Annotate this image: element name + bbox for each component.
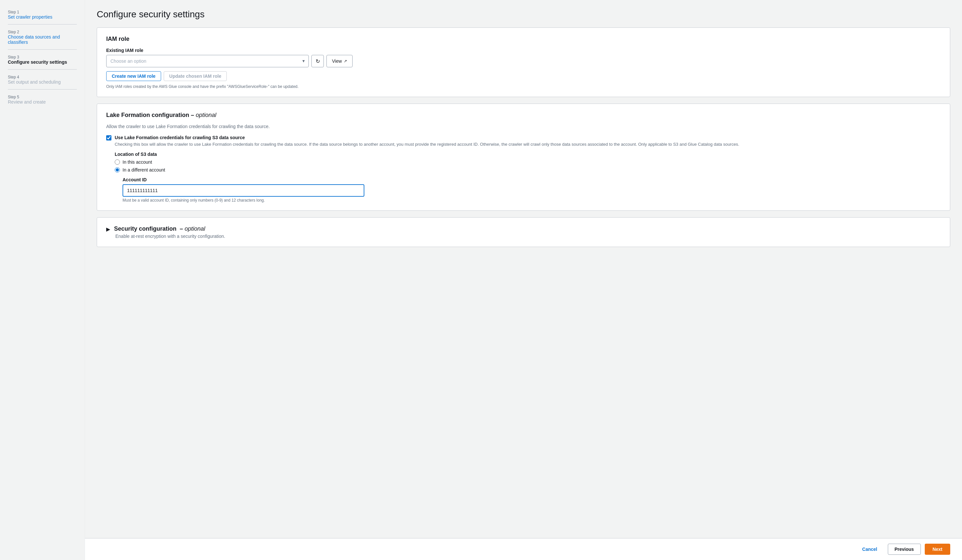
step2-label: Step 2: [8, 30, 19, 34]
refresh-button[interactable]: ↻: [312, 55, 324, 67]
step2-link[interactable]: Choose data sources and classifiers: [8, 34, 77, 45]
iam-role-select-row: Choose an option ▼ ↻ View ↗: [106, 55, 941, 67]
sidebar-step-2: Step 2 Choose data sources and classifie…: [8, 29, 77, 45]
account-id-section: Account ID Must be a valid account ID, c…: [123, 177, 941, 203]
lake-formation-checkbox-label[interactable]: Use Lake Formation credentials for crawl…: [115, 135, 245, 140]
expand-icon[interactable]: ▶: [106, 226, 110, 232]
previous-button[interactable]: Previous: [888, 544, 921, 555]
step4-label: Step 4: [8, 75, 19, 79]
security-config-title-block: Security configuration – optional: [114, 226, 205, 232]
lake-formation-checkbox[interactable]: [106, 135, 111, 140]
sidebar-step-3: Step 3 Configure security settings: [8, 54, 77, 65]
step1-link[interactable]: Set crawler properties: [8, 15, 77, 19]
iam-role-card-title: IAM role: [106, 36, 941, 42]
cancel-button[interactable]: Cancel: [856, 544, 884, 555]
sidebar: Step 1 Set crawler properties Step 2 Cho…: [0, 0, 85, 560]
account-id-helper: Must be a valid account ID, containing o…: [123, 198, 941, 203]
step3-label: Step 3: [8, 55, 19, 60]
iam-role-helper-text: Only IAM roles created by the AWS Glue c…: [106, 84, 941, 89]
sidebar-step-4: Step 4 Set output and scheduling: [8, 74, 77, 85]
step-divider-2: [8, 49, 77, 50]
sidebar-step-5: Step 5 Review and create: [8, 94, 77, 105]
iam-role-button-row: Create new IAM role Update chosen IAM ro…: [106, 71, 941, 81]
step3-title: Configure security settings: [8, 60, 77, 65]
refresh-icon: ↻: [316, 58, 320, 65]
lake-formation-card-title: Lake Formation configuration – optional: [106, 112, 941, 119]
security-config-description: Enable at-rest encryption with a securit…: [115, 234, 941, 239]
location-label: Location of S3 data: [115, 152, 941, 157]
radio-in-different-account[interactable]: [115, 167, 120, 173]
radio-different-account-label[interactable]: In a different account: [123, 167, 165, 173]
next-button[interactable]: Next: [925, 544, 950, 555]
radio-in-this-account[interactable]: [115, 160, 120, 165]
step-divider-4: [8, 89, 77, 90]
security-config-optional: optional: [185, 226, 205, 232]
location-radio-group: In this account In a different account: [115, 160, 941, 173]
security-config-card: ▶ Security configuration – optional Enab…: [97, 217, 950, 247]
radio-this-account-label[interactable]: In this account: [123, 160, 152, 165]
security-config-header: ▶ Security configuration – optional: [106, 226, 941, 232]
view-label: View: [332, 58, 342, 64]
lake-formation-optional-label: optional: [196, 112, 216, 118]
security-config-title-text: Security configuration: [114, 226, 176, 232]
iam-role-select[interactable]: Choose an option: [106, 55, 309, 67]
step-divider-3: [8, 69, 77, 69]
lake-formation-checkbox-row: Use Lake Formation credentials for crawl…: [106, 135, 941, 148]
view-button[interactable]: View ↗: [326, 55, 353, 67]
iam-role-select-wrapper: Choose an option ▼: [106, 55, 309, 67]
page-title: Configure security settings: [97, 9, 950, 19]
iam-role-card: IAM role Existing IAM role Choose an opt…: [97, 27, 950, 97]
security-config-title: Security configuration – optional: [114, 226, 205, 232]
lake-formation-checkbox-content: Use Lake Formation credentials for crawl…: [115, 135, 739, 148]
update-iam-role-button[interactable]: Update chosen IAM role: [164, 71, 227, 81]
lake-formation-description: Allow the crawler to use Lake Formation …: [106, 124, 941, 129]
lake-formation-checkbox-desc: Checking this box will allow the crawler…: [115, 141, 739, 148]
step5-title: Review and create: [8, 99, 77, 105]
account-id-label: Account ID: [123, 177, 941, 182]
lake-formation-indent: Location of S3 data In this account In a…: [115, 152, 941, 203]
step5-label: Step 5: [8, 95, 19, 99]
step1-label: Step 1: [8, 10, 19, 15]
external-link-icon: ↗: [344, 59, 347, 63]
create-iam-role-button[interactable]: Create new IAM role: [106, 71, 161, 81]
existing-iam-role-label: Existing IAM role: [106, 48, 941, 53]
sidebar-step-1: Step 1 Set crawler properties: [8, 9, 77, 19]
account-id-input[interactable]: [123, 184, 364, 197]
main-content: Configure security settings IAM role Exi…: [85, 0, 962, 560]
radio-row-this-account: In this account: [115, 160, 941, 165]
lake-formation-title-text: Lake Formation configuration: [106, 112, 189, 118]
lake-formation-card: Lake Formation configuration – optional …: [97, 103, 950, 211]
step-divider-1: [8, 24, 77, 24]
step4-title: Set output and scheduling: [8, 79, 77, 85]
radio-row-different-account: In a different account: [115, 167, 941, 173]
footer: Cancel Previous Next: [85, 538, 962, 560]
